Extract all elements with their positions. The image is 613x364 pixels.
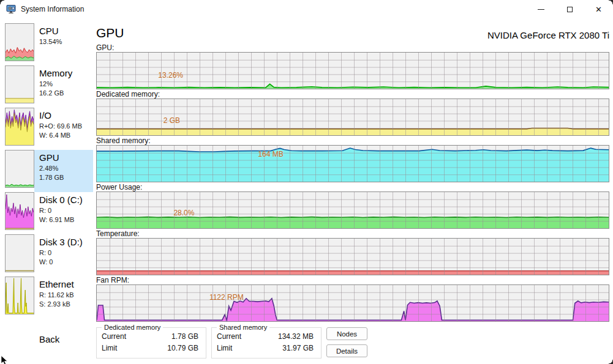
chart-section-gpu: GPU: 13.26%: [96, 43, 609, 89]
stat-row: Limit 10.79 GB: [102, 343, 201, 354]
sparkline-canvas: [6, 66, 34, 103]
stat-label: Limit: [217, 343, 232, 354]
mouse-cursor: [1, 355, 9, 364]
close-icon: ✕: [595, 5, 602, 14]
chart-section-shared-memory: Shared memory: 164 MB: [96, 136, 609, 182]
sidebar-item-stat: R+O: 69.6 MB: [39, 122, 93, 130]
sparkline-canvas: [6, 108, 34, 145]
io-mini-graph: [5, 108, 34, 146]
title-bar: System Information ✕: [0, 0, 613, 18]
sparkline-canvas: [6, 193, 34, 229]
dedicated-memory-chart: 2 GB: [96, 98, 609, 136]
ethernet-mini-graph: [5, 277, 34, 314]
chart-canvas: [97, 146, 609, 182]
sidebar-item-stat: R: 0: [39, 248, 93, 257]
chart-label-fan-rpm: Fan RPM:: [96, 276, 609, 284]
chart-grid: [97, 53, 609, 89]
chart-section-power-usage: Power Usage: 28.0%: [96, 183, 609, 229]
chart-canvas: [97, 239, 609, 275]
window-title: System Information: [21, 5, 84, 13]
sidebar-item-io[interactable]: I/O R+O: 69.6 MB W: 6.4 MB: [0, 108, 93, 150]
main-panel: GPU NVIDIA GeForce RTX 2080 Ti GPU: 13.2…: [96, 18, 609, 358]
chart-label-temperature: Temperature:: [96, 229, 609, 238]
nodes-button[interactable]: Nodes: [326, 327, 367, 340]
chart-canvas: [97, 53, 609, 89]
chart-grid: [97, 239, 609, 275]
sidebar-item-stat: R: 11.62 kB: [39, 291, 93, 299]
sidebar-item-memory[interactable]: Memory 12% 16.2 GB: [0, 65, 93, 108]
shared-memory-legend: Shared memory: [217, 324, 269, 331]
sidebar-item-label: GPU: [39, 152, 93, 163]
temperature-chart: [96, 238, 609, 275]
maximize-button[interactable]: [555, 0, 584, 18]
chart-section-dedicated-memory: Dedicated memory: 2 GB: [96, 90, 609, 136]
memory-mini-graph: [5, 65, 34, 103]
minimize-button[interactable]: [527, 0, 555, 18]
chart-label-gpu: GPU:: [96, 43, 609, 52]
main-header: GPU NVIDIA GeForce RTX 2080 Ti: [96, 18, 609, 43]
sidebar-item-stat: S: 2.93 kB: [39, 300, 93, 308]
chart-grid: [97, 285, 609, 321]
chart-section-fan-rpm: Fan RPM: 1122 RPM: [96, 276, 609, 322]
page-title: GPU: [96, 26, 124, 40]
stat-value: 10.79 GB: [167, 343, 198, 354]
window-corner-top-left: [0, 0, 4, 4]
stat-row: Limit 31.97 GB: [217, 343, 316, 354]
sidebar-item-label: Memory: [39, 67, 93, 79]
sidebar-item-disk3[interactable]: Disk 3 (D:) R: 0 W: 0: [0, 234, 93, 277]
sidebar-item-label: Disk 0 (C:): [39, 194, 93, 206]
dedicated-memory-legend: Dedicated memory: [102, 324, 163, 331]
back-button[interactable]: Back: [39, 334, 93, 344]
power-usage-chart: 28.0%: [96, 191, 609, 229]
maximize-icon: [567, 7, 573, 12]
sidebar-item-gpu[interactable]: GPU 2.48% 1.78 GB: [0, 150, 93, 192]
disk0-mini-graph: [5, 192, 34, 230]
stat-label: Current: [102, 331, 126, 343]
stat-value: 1.78 GB: [171, 331, 198, 343]
sidebar-item-cpu[interactable]: CPU 13.54%: [0, 23, 93, 65]
sidebar-item-ethernet[interactable]: Ethernet R: 11.62 kB S: 2.93 kB: [0, 277, 93, 319]
sidebar-item-stat: W: 0: [39, 258, 93, 266]
sidebar-item-label: I/O: [39, 110, 93, 121]
sidebar-item-stat: 16.2 GB: [39, 89, 93, 97]
sidebar-item-label: CPU: [39, 25, 93, 37]
window-controls: ✕: [527, 0, 613, 18]
sparkline-canvas: [6, 150, 34, 187]
window-corner-top-right: [609, 0, 613, 4]
dedicated-memory-groupbox: Dedicated memory Current 1.78 GB Limit 1…: [96, 324, 206, 358]
stat-label: Limit: [102, 343, 117, 354]
sidebar-item-disk0[interactable]: Disk 0 (C:) R: 0 W: 6.91 MB: [0, 192, 93, 234]
sidebar-item-stat: 2.48%: [39, 164, 93, 173]
stat-label: Current: [217, 331, 241, 343]
gpu-mini-graph: [5, 150, 34, 188]
sparkline-canvas: [6, 277, 34, 314]
sidebar-item-stat: W: 6.91 MB: [39, 215, 93, 224]
sidebar-item-stat: W: 6.4 MB: [39, 131, 93, 139]
chart-canvas: [97, 99, 609, 135]
sidebar-item-label: Disk 3 (D:): [39, 236, 93, 248]
sidebar-item-stat: 13.54%: [39, 37, 93, 46]
minimize-icon: [538, 9, 544, 10]
window-resize-corner[interactable]: [609, 360, 613, 364]
chart-label-dedicated-memory: Dedicated memory:: [96, 90, 609, 98]
sidebar-item-stat: 1.78 GB: [39, 173, 93, 182]
app-icon: [6, 4, 16, 14]
sidebar-item-label: Ethernet: [39, 278, 93, 290]
stat-row: Current 1.78 GB: [102, 331, 201, 343]
sidebar-item-stat: 12%: [39, 80, 93, 88]
sidebar: CPU 13.54% Memory 12% 16.2 GB I/O R+O: 6…: [0, 18, 93, 364]
gpu-utilization-chart: 13.26%: [96, 52, 609, 89]
chart-label-power-usage: Power Usage:: [96, 183, 609, 191]
disk3-mini-graph: [5, 234, 34, 272]
sparkline-canvas: [6, 235, 34, 272]
sidebar-list: CPU 13.54% Memory 12% 16.2 GB I/O R+O: 6…: [0, 18, 93, 319]
chart-canvas: [97, 285, 609, 321]
details-button[interactable]: Details: [326, 344, 367, 357]
shared-memory-chart: 164 MB: [96, 145, 609, 182]
sidebar-item-stat: R: 0: [39, 206, 93, 215]
chart-canvas: [97, 192, 609, 228]
button-column: Nodes Details: [326, 327, 367, 357]
sparkline-canvas: [6, 24, 34, 61]
bottom-panels: Dedicated memory Current 1.78 GB Limit 1…: [96, 324, 609, 358]
cpu-mini-graph: [5, 23, 34, 61]
